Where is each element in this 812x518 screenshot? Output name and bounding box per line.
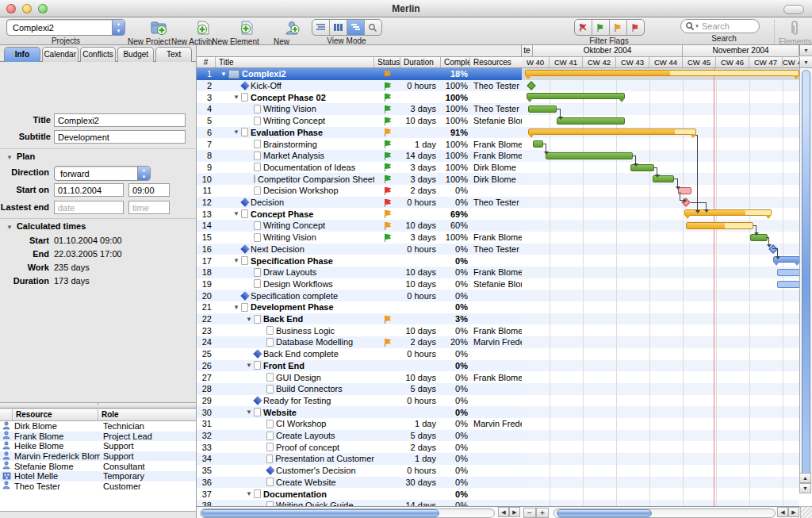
- scroll-right-button[interactable]: ▶: [509, 507, 520, 517]
- task-row[interactable]: 2Kick-Off0 hours100%Theo Tester: [197, 80, 522, 92]
- tab-budget[interactable]: Budget: [117, 47, 154, 62]
- task-row[interactable]: 28Build Connectors5 days0%: [197, 383, 522, 395]
- gantt-task-bar[interactable]: [546, 152, 633, 159]
- tab-info[interactable]: Info: [4, 47, 40, 62]
- new-activity-button[interactable]: [182, 19, 203, 36]
- task-row[interactable]: 18Draw Layouts10 days0%Frank Blome: [197, 267, 522, 278]
- timeline-scale-menu-button[interactable]: ▼: [799, 45, 812, 56]
- search-input[interactable]: ▼ Search: [680, 19, 760, 33]
- task-row[interactable]: 27GUI Design10 days0%Frank Blome: [197, 371, 522, 383]
- projects-popup[interactable]: Complexi2 ▲▼: [6, 19, 125, 36]
- gantt-task-bar[interactable]: [557, 117, 625, 125]
- direction-popup[interactable]: forward ▲▼: [54, 166, 151, 181]
- elements-button[interactable]: [784, 19, 805, 36]
- calculated-times-header[interactable]: ▼Calculated times: [6, 221, 86, 231]
- task-row[interactable]: 36Create Website30 days0%: [197, 477, 522, 489]
- task-row[interactable]: 30▼Website0%: [197, 406, 522, 418]
- task-row[interactable]: 4Writing Vision3 days100%Theo Tester: [197, 103, 522, 115]
- tab-calendar[interactable]: Calendar: [42, 47, 79, 62]
- task-row[interactable]: 12Decision0 hours0%Theo Tester: [197, 197, 522, 209]
- gantt-summary-bar[interactable]: [525, 70, 799, 76]
- gantt-summary-bar[interactable]: [527, 93, 625, 99]
- gantt-scroll-left-button[interactable]: ◀: [777, 507, 788, 517]
- resource-row[interactable]: Marvin Frederick BlomeSupport: [0, 451, 196, 462]
- gantt-hscrollbar-thumb[interactable]: [557, 509, 652, 517]
- view-outline-button[interactable]: [312, 20, 330, 35]
- gantt-task-bar[interactable]: [750, 234, 768, 241]
- disclosure-triangle-icon[interactable]: ▼: [233, 94, 241, 101]
- disclosure-triangle-icon[interactable]: ▼: [220, 71, 228, 78]
- tab-text[interactable]: Text: [155, 47, 192, 62]
- scroll-down-button[interactable]: ▼: [799, 483, 811, 493]
- task-row[interactable]: 13▼Concept Phase69%: [197, 208, 522, 220]
- resource-row[interactable]: Heike BlomeSupport: [0, 441, 196, 451]
- column-header-resources[interactable]: Resources: [470, 57, 522, 67]
- new-resource-button[interactable]: [271, 19, 292, 36]
- scroll-left-button[interactable]: ◀: [498, 507, 509, 517]
- view-gantt-button[interactable]: [347, 20, 365, 35]
- filter-flag-red-button[interactable]: [627, 20, 644, 35]
- task-row[interactable]: 17▼Specification Phase0%: [197, 255, 522, 267]
- task-row[interactable]: 9Documentation of Ideas3 days100%Dirk Bl…: [197, 162, 522, 174]
- task-row[interactable]: 20Specification complete0 hours0%: [197, 290, 522, 301]
- gantt-summary-bar[interactable]: [528, 129, 696, 135]
- disclosure-triangle-icon[interactable]: ▼: [233, 210, 241, 217]
- view-columns-button[interactable]: [330, 20, 347, 35]
- task-row[interactable]: 21▼Development Phase0%: [197, 301, 522, 313]
- disclosure-triangle-icon[interactable]: ▼: [246, 490, 254, 497]
- start-time-field[interactable]: 09:00: [128, 183, 170, 197]
- disclosure-triangle-icon[interactable]: ▼: [246, 316, 254, 323]
- timeline-scale-menu-button2[interactable]: ▼: [799, 57, 812, 68]
- task-row[interactable]: 5Writing Concept10 days100%Stefanie Blom: [197, 115, 522, 127]
- plan-section-header[interactable]: ▼Plan: [6, 152, 35, 161]
- task-row[interactable]: 8Market Analysis14 days100%Frank Blome: [197, 150, 522, 162]
- gantt-task-bar[interactable]: [686, 222, 753, 229]
- start-date-field[interactable]: 01.10.2004: [54, 183, 124, 197]
- scroll-up-button[interactable]: ▲: [799, 473, 811, 483]
- new-element-button[interactable]: [225, 19, 246, 36]
- vscrollbar-thumb[interactable]: [802, 70, 810, 487]
- resource-row[interactable]: Dirk BlomeTechnician: [0, 421, 196, 432]
- new-project-button[interactable]: [139, 19, 159, 36]
- task-row[interactable]: 23Business Logic10 days0%Frank Blome: [197, 324, 522, 336]
- task-row[interactable]: 34Presentation at Customer1 day0%: [197, 453, 522, 465]
- scrollbar-thumb[interactable]: [201, 509, 439, 517]
- task-row[interactable]: 29Ready for Testing0 hours0%: [197, 395, 522, 407]
- task-row[interactable]: 6▼Evaluation Phase91%: [197, 127, 522, 139]
- disclosure-triangle-icon[interactable]: ▼: [233, 257, 241, 264]
- column-header-complete[interactable]: Complet: [441, 57, 470, 67]
- column-header-title[interactable]: Title: [216, 57, 374, 67]
- gantt-task-bar[interactable]: [777, 269, 799, 276]
- task-row[interactable]: 31CI Workshop1 day0%Marvin Freder: [197, 418, 522, 430]
- filter-flag-green-button[interactable]: [592, 20, 610, 35]
- title-field[interactable]: Complexi2: [54, 113, 186, 127]
- lastest-end-date-field[interactable]: date: [54, 201, 124, 214]
- zoom-out-button[interactable]: −: [523, 508, 536, 518]
- filter-flag-none-button[interactable]: [575, 20, 592, 35]
- disclosure-triangle-icon[interactable]: ▼: [246, 362, 254, 369]
- role-column-header[interactable]: Role: [98, 409, 196, 420]
- toolbar-toggle-button[interactable]: [783, 5, 804, 14]
- pane-splitter[interactable]: ⌃: [0, 402, 196, 409]
- task-row[interactable]: 11Decision Workshop2 days0%: [197, 185, 522, 197]
- task-row[interactable]: 38Writing Quick Guide14 days0%: [197, 500, 522, 506]
- task-row[interactable]: 25Back End complete0 hours0%: [197, 348, 522, 360]
- gantt-scroll-right-button[interactable]: ▶: [788, 507, 799, 517]
- task-row[interactable]: 32Create Layouts5 days0%: [197, 430, 522, 442]
- subtitle-field[interactable]: Development: [54, 130, 186, 144]
- task-row[interactable]: 37▼Documentation0%: [197, 488, 522, 500]
- view-search-button[interactable]: [365, 20, 381, 35]
- window-resize-grip[interactable]: [800, 506, 812, 518]
- task-row[interactable]: 19Design Workflows10 days0%Stefanie Blom: [197, 278, 522, 290]
- filter-flag-orange-button[interactable]: [610, 20, 627, 35]
- task-row[interactable]: 15Writing Vision3 days100%Frank Blome: [197, 232, 522, 244]
- task-row[interactable]: 24Database Modelling2 days20%Marvin Fred…: [197, 336, 522, 348]
- column-header-duration[interactable]: Duration: [400, 57, 441, 67]
- resource-row[interactable]: Hotel MelleTemporary: [0, 471, 196, 482]
- disclosure-triangle-icon[interactable]: ▼: [233, 129, 241, 136]
- tab-conflicts[interactable]: Conflicts: [80, 47, 117, 62]
- disclosure-triangle-icon[interactable]: ▼: [246, 409, 254, 416]
- task-row[interactable]: 1▼Complexi218%: [197, 68, 522, 80]
- task-row[interactable]: 7Brainstorming1 day100%Frank Blome;: [197, 138, 522, 150]
- lastest-end-time-field[interactable]: time: [128, 201, 170, 214]
